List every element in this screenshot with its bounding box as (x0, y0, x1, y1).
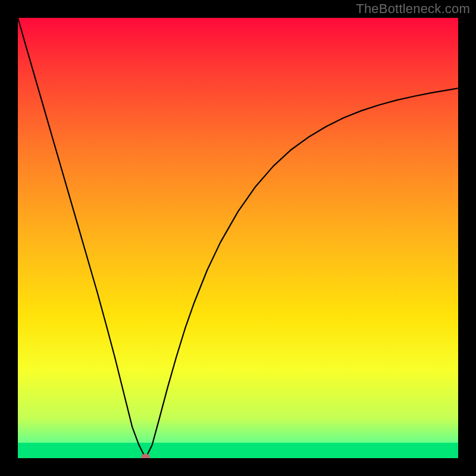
chart-svg (18, 18, 458, 458)
plot-area (18, 18, 458, 458)
green-optimal-band (18, 443, 458, 458)
chart-frame: TheBottleneck.com (0, 0, 476, 476)
watermark-text: TheBottleneck.com (356, 1, 470, 17)
heat-gradient-background (18, 18, 458, 458)
